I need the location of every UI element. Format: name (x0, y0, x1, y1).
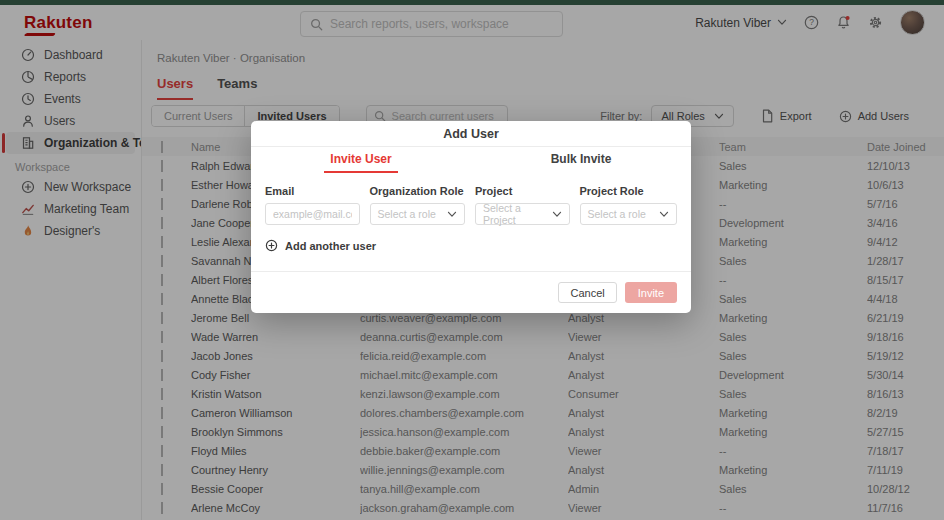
project-placeholder: Select a Project (483, 202, 547, 226)
modal-tab-label: Invite User (324, 152, 397, 173)
modal-footer: Cancel Invite (251, 271, 691, 313)
cancel-button[interactable]: Cancel (558, 282, 616, 303)
organization-role-label: Organization Role (370, 185, 466, 197)
modal-tab-label: Bulk Invite (545, 152, 618, 171)
invite-button[interactable]: Invite (625, 282, 677, 303)
organization-role-select[interactable]: Select a role (370, 203, 466, 225)
project-role-select[interactable]: Select a role (580, 203, 677, 225)
field-project: Project Select a Project (475, 185, 570, 225)
project-label: Project (475, 185, 570, 197)
chevron-down-icon (447, 211, 457, 218)
field-organization-role: Organization Role Select a role (370, 185, 466, 225)
chevron-down-icon (659, 211, 669, 218)
add-another-user-button[interactable]: Add another user (265, 239, 691, 252)
project-role-placeholder: Select a role (588, 208, 646, 220)
organization-role-placeholder: Select a role (378, 208, 436, 220)
email-field[interactable] (265, 203, 360, 225)
modal-tab-bulk-invite[interactable]: Bulk Invite (471, 147, 691, 174)
project-role-label: Project Role (580, 185, 677, 197)
field-project-role: Project Role Select a role (580, 185, 677, 225)
add-user-modal: Add User Invite User Bulk Invite Email O… (251, 121, 691, 313)
add-another-user-label: Add another user (285, 240, 376, 252)
email-label: Email (265, 185, 360, 197)
modal-tab-invite-user[interactable]: Invite User (251, 147, 471, 174)
plus-circle-icon (265, 239, 278, 252)
chevron-down-icon (552, 211, 562, 218)
modal-tabs: Invite User Bulk Invite (251, 147, 691, 174)
project-select[interactable]: Select a Project (475, 203, 570, 225)
modal-title: Add User (251, 121, 691, 147)
invite-user-form: Email Organization Role Select a role Pr… (251, 174, 691, 225)
field-email: Email (265, 185, 360, 225)
